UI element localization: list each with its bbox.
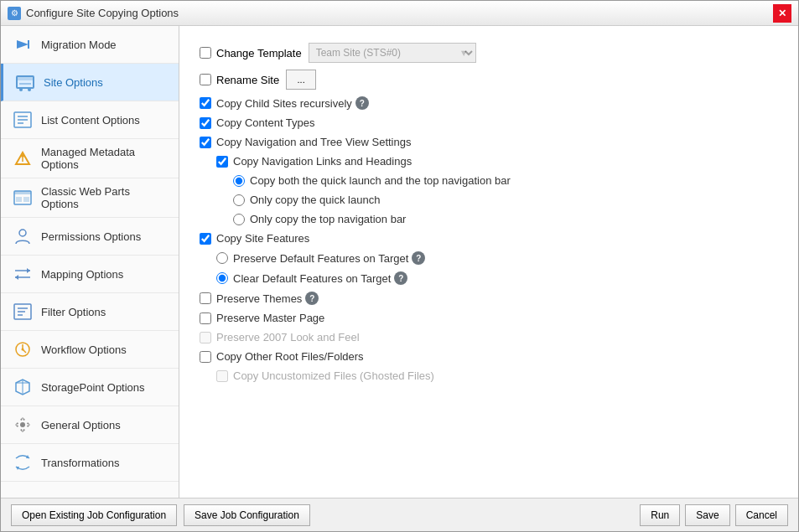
sidebar-label-classic-webparts: Classic Web Parts Options (41, 185, 169, 210)
preserve-master-checkbox[interactable] (200, 312, 211, 324)
copy-top-nav-radio[interactable] (233, 214, 245, 225)
title-bar-icon: ⚙ (8, 7, 21, 20)
copy-both-nav-label: Copy both the quick launch and the top n… (250, 174, 511, 187)
preserve-2007-row: Preserve 2007 Look and Feel (200, 331, 778, 343)
preserve-default-radio[interactable] (216, 252, 228, 264)
change-template-label: Change Template (216, 47, 302, 59)
copy-content-types-checkbox[interactable] (200, 117, 211, 129)
rename-site-row: Rename Site ... (200, 70, 778, 90)
sidebar-label-filter: Filter Options (41, 306, 106, 318)
sidebar-item-classic-webparts[interactable]: Classic Web Parts Options (1, 178, 179, 218)
migration-mode-icon (11, 33, 34, 56)
workflow-icon (11, 338, 34, 361)
copy-both-nav-row: Copy both the quick launch and the top n… (200, 174, 778, 187)
clear-default-radio[interactable] (216, 272, 228, 284)
svg-point-17 (19, 230, 26, 236)
svg-point-27 (22, 349, 24, 351)
run-button[interactable]: Run (640, 504, 680, 526)
clear-default-label: Clear Default Features on Target (233, 272, 391, 285)
footer: Open Existing Job Configuration Save Job… (1, 498, 798, 531)
title-bar: ⚙ Configure Site Copying Options ✕ (1, 1, 798, 26)
sidebar-item-list-content[interactable]: List Content Options (1, 101, 179, 139)
copy-uncustomized-label: Copy Uncustomized Files (Ghosted Files) (233, 369, 434, 382)
preserve-themes-help-icon[interactable]: ? (305, 292, 319, 305)
clear-default-help-icon[interactable]: ? (394, 271, 407, 285)
sidebar-item-permissions[interactable]: Permissions Options (1, 218, 179, 256)
sidebar-label-mapping: Mapping Options (41, 268, 123, 281)
copy-nav-links-label: Copy Navigation Links and Headings (233, 155, 412, 168)
svg-rect-3 (17, 76, 34, 80)
svg-point-6 (28, 88, 31, 91)
mapping-icon (11, 262, 34, 286)
preserve-default-row: Preserve Default Features on Target ? (200, 251, 778, 265)
permissions-icon (11, 225, 34, 248)
copy-child-sites-help-icon[interactable]: ? (355, 96, 369, 110)
copy-child-sites-checkbox[interactable] (200, 97, 211, 109)
sidebar-label-migration-mode: Migration Mode (41, 39, 117, 51)
template-select: Team Site (STS#0) (309, 43, 476, 63)
sidebar-label-general: General Options (41, 419, 121, 431)
sidebar-label-workflow: Workflow Options (41, 343, 127, 356)
preserve-default-help-icon[interactable]: ? (412, 251, 425, 265)
sidebar-label-permissions: Permissions Options (41, 230, 141, 243)
change-template-checkbox[interactable] (200, 47, 211, 59)
copy-site-features-label: Copy Site Features (216, 232, 309, 245)
content-area: Change Template Team Site (STS#0) ▼ Rena… (179, 26, 798, 498)
copy-root-files-checkbox[interactable] (200, 351, 211, 363)
open-job-button[interactable]: Open Existing Job Configuration (11, 504, 177, 526)
svg-marker-21 (15, 275, 18, 280)
sidebar-item-transformations[interactable]: Transformations (1, 444, 179, 482)
sidebar: Migration Mode Site Options List Content… (1, 26, 179, 498)
svg-rect-4 (19, 83, 31, 85)
main-window: ⚙ Configure Site Copying Options ✕ Migra… (0, 0, 799, 532)
preserve-themes-checkbox[interactable] (200, 292, 211, 304)
transformations-icon (11, 451, 34, 474)
copy-top-nav-label: Only copy the top navigation bar (250, 213, 406, 225)
preserve-master-row: Preserve Master Page (200, 312, 778, 324)
copy-both-nav-radio[interactable] (233, 175, 245, 187)
copy-nav-links-checkbox[interactable] (216, 156, 228, 168)
general-icon (11, 413, 34, 436)
sidebar-item-general[interactable]: General Options (1, 406, 179, 444)
copy-quick-launch-label: Only copy the quick launch (250, 194, 380, 206)
save-job-button[interactable]: Save Job Configuration (184, 504, 310, 526)
preserve-themes-label: Preserve Themes (216, 292, 302, 305)
svg-point-30 (20, 422, 25, 427)
sidebar-label-managed-metadata: Managed Metadata Options (41, 146, 169, 171)
copy-child-sites-label: Copy Child Sites recursively (216, 97, 352, 110)
sidebar-item-migration-mode[interactable]: Migration Mode (1, 26, 179, 64)
storagepoint-icon (11, 375, 34, 399)
copy-nav-links-row: Copy Navigation Links and Headings (200, 155, 778, 168)
main-content: Migration Mode Site Options List Content… (1, 26, 798, 498)
close-button[interactable]: ✕ (773, 4, 791, 23)
sidebar-item-mapping[interactable]: Mapping Options (1, 256, 179, 293)
svg-rect-15 (16, 197, 22, 202)
svg-marker-19 (27, 268, 30, 273)
copy-uncustomized-row: Copy Uncustomized Files (Ghosted Files) (200, 369, 778, 382)
copy-child-sites-row: Copy Child Sites recursively ? (200, 96, 778, 110)
copy-quick-launch-radio[interactable] (233, 194, 245, 206)
cancel-button[interactable]: Cancel (735, 504, 788, 526)
sidebar-label-storagepoint: StoragePoint Options (41, 381, 145, 394)
rename-site-button[interactable]: ... (286, 70, 316, 90)
svg-point-5 (19, 88, 23, 91)
sidebar-item-managed-metadata[interactable]: Managed Metadata Options (1, 139, 179, 178)
svg-rect-16 (23, 197, 29, 202)
filter-icon (11, 300, 34, 323)
rename-site-checkbox[interactable] (200, 74, 211, 85)
sidebar-item-site-options[interactable]: Site Options (1, 64, 179, 101)
copy-root-files-label: Copy Other Root Files/Folders (216, 350, 364, 363)
clear-default-row: Clear Default Features on Target ? (200, 271, 778, 285)
sidebar-item-filter[interactable]: Filter Options (1, 293, 179, 331)
copy-navigation-checkbox[interactable] (200, 137, 211, 148)
sidebar-item-workflow[interactable]: Workflow Options (1, 331, 179, 369)
save-button[interactable]: Save (685, 504, 729, 526)
copy-uncustomized-checkbox (216, 370, 228, 382)
preserve-themes-row: Preserve Themes ? (200, 292, 778, 305)
copy-quick-launch-row: Only copy the quick launch (200, 194, 778, 206)
copy-site-features-checkbox[interactable] (200, 233, 211, 245)
copy-navigation-row: Copy Navigation and Tree View Settings (200, 136, 778, 148)
sidebar-item-storagepoint[interactable]: StoragePoint Options (1, 369, 179, 406)
copy-site-features-row: Copy Site Features (200, 232, 778, 245)
preserve-2007-checkbox (200, 332, 211, 343)
